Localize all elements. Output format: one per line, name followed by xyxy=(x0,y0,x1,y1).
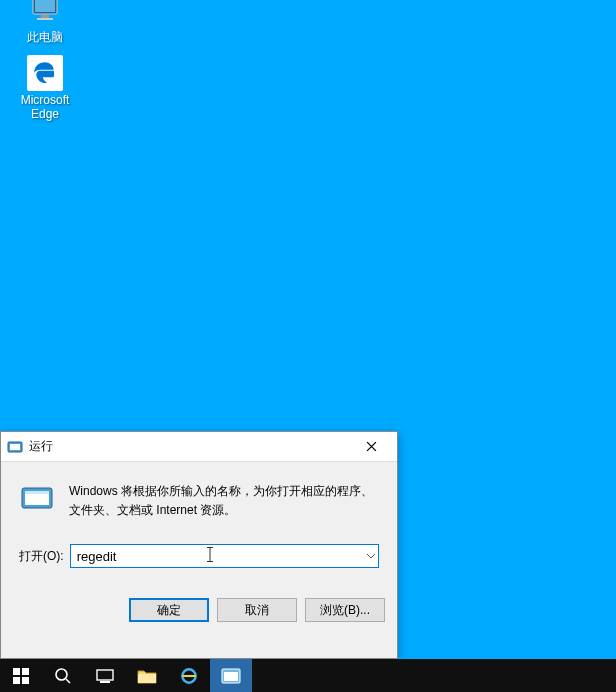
svg-rect-12 xyxy=(22,677,29,684)
open-label: 打开(O): xyxy=(19,548,64,565)
titlebar[interactable]: 运行 xyxy=(1,432,397,462)
search-icon[interactable] xyxy=(42,659,84,692)
svg-rect-11 xyxy=(13,677,20,684)
chevron-down-icon[interactable] xyxy=(367,551,375,561)
svg-rect-9 xyxy=(13,668,20,675)
svg-rect-20 xyxy=(224,672,238,681)
start-button[interactable] xyxy=(0,659,42,692)
taskbar-run-window[interactable] xyxy=(210,659,252,692)
svg-rect-15 xyxy=(97,670,113,680)
task-view-icon[interactable] xyxy=(84,659,126,692)
close-button[interactable] xyxy=(351,433,391,461)
open-combobox[interactable] xyxy=(70,544,379,568)
svg-line-14 xyxy=(66,679,70,683)
svg-rect-17 xyxy=(138,674,156,683)
ok-button[interactable]: 确定 xyxy=(129,598,209,622)
svg-rect-3 xyxy=(37,18,53,20)
desktop-icon-edge[interactable]: Microsoft Edge xyxy=(10,55,80,122)
dialog-title: 运行 xyxy=(29,438,351,455)
svg-rect-8 xyxy=(25,491,49,494)
taskbar-ie-icon[interactable] xyxy=(168,659,210,692)
edge-icon xyxy=(27,55,63,91)
svg-rect-1 xyxy=(35,0,55,12)
edge-label: Microsoft Edge xyxy=(21,93,70,122)
svg-rect-2 xyxy=(41,15,49,18)
browse-button[interactable]: 浏览(B)... xyxy=(305,598,385,622)
run-titlebar-icon xyxy=(7,439,23,455)
svg-rect-5 xyxy=(10,444,20,450)
taskbar xyxy=(0,659,616,692)
thispc-label: 此电脑 xyxy=(27,30,63,44)
cancel-button[interactable]: 取消 xyxy=(217,598,297,622)
open-input[interactable] xyxy=(70,544,379,568)
desktop-icon-thispc[interactable]: 此电脑 xyxy=(10,0,80,44)
taskbar-file-explorer[interactable] xyxy=(126,659,168,692)
svg-point-13 xyxy=(56,669,67,680)
svg-rect-16 xyxy=(100,681,110,683)
run-dialog: 运行 Windows 将根据你所输入的名称，为你打开相应的程序、文件夹、文档或 … xyxy=(0,431,398,659)
dialog-description: Windows 将根据你所输入的名称，为你打开相应的程序、文件夹、文档或 Int… xyxy=(69,480,379,520)
svg-rect-10 xyxy=(22,668,29,675)
run-dialog-icon xyxy=(19,480,55,516)
thispc-icon xyxy=(25,0,65,28)
